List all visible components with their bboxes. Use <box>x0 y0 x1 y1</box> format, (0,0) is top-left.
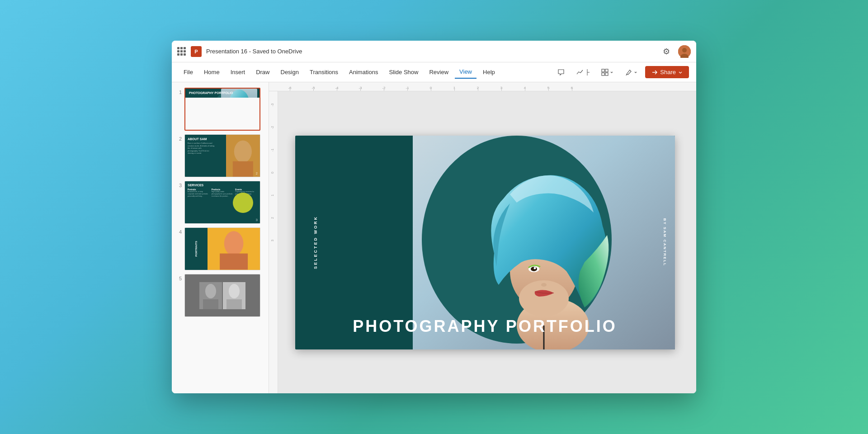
menu-bar: File Home Insert Draw Design Transitions… <box>172 62 696 82</box>
share-button[interactable]: Share <box>645 66 689 78</box>
powerpoint-logo: P <box>191 46 202 57</box>
slide-2-badge: 2 <box>256 171 258 175</box>
svg-point-37 <box>533 267 536 269</box>
svg-text:-3: -3 <box>271 104 274 106</box>
svg-rect-11 <box>233 161 253 177</box>
menu-review[interactable]: Review <box>425 66 453 78</box>
slide-main-title: PHOTOGRAPHY PORTFOLIO <box>295 317 675 336</box>
slide-number-1: 1 <box>175 90 182 95</box>
menu-design[interactable]: Design <box>276 66 303 78</box>
title-bar-left: P Presentation 16 - Saved to OneDrive <box>177 46 660 57</box>
ruler-marks: -6 -5 -4 -3 -2 -1 0 1 2 3 4 5 6 <box>278 82 584 91</box>
slide-thumb-3[interactable]: SERVICES Portraits A natural look, to he… <box>184 181 260 224</box>
ruler-vertical: -3 -2 -1 0 1 2 3 <box>269 91 278 393</box>
slide-left-text: SELECTED WORK <box>313 216 318 269</box>
svg-rect-3 <box>602 69 604 72</box>
svg-rect-6 <box>605 73 608 75</box>
menu-file[interactable]: File <box>179 66 198 78</box>
main-content: 1 <box>172 82 696 393</box>
slide-thumb-5[interactable] <box>184 274 260 317</box>
slide-1-title: PHOTOGRAPHY PORTFOLIO <box>189 91 233 95</box>
svg-point-16 <box>205 284 216 298</box>
comment-button[interactable] <box>553 66 569 79</box>
svg-text:2: 2 <box>271 217 274 219</box>
slide-number-4: 4 <box>175 229 182 235</box>
svg-rect-14 <box>220 254 248 270</box>
settings-icon[interactable]: ⚙ <box>660 45 673 58</box>
pen-button[interactable] <box>621 66 642 79</box>
svg-point-13 <box>224 231 244 255</box>
slide-item-1[interactable]: 1 <box>172 86 269 132</box>
svg-rect-4 <box>605 69 608 72</box>
slide-3-title: SERVICES <box>188 184 257 187</box>
slide-number-3: 3 <box>175 183 182 188</box>
menu-help[interactable]: Help <box>478 66 500 78</box>
menu-home[interactable]: Home <box>199 66 224 78</box>
slide-item-5[interactable]: 5 <box>172 272 269 319</box>
app-window: P Presentation 16 - Saved to OneDrive ⚙ … <box>172 41 696 393</box>
canvas-area: -6 -5 -4 -3 -2 -1 0 1 2 3 4 5 6 <box>269 82 696 393</box>
toolbar-right: Share <box>553 66 689 79</box>
slide-3-badge: 3 <box>256 218 258 222</box>
slide-number-5: 5 <box>175 276 182 281</box>
menu-view[interactable]: View <box>455 66 476 79</box>
slide-main[interactable]: SELECTED WORK BY SAM CANTRELL PHOTOGRAPH… <box>295 136 675 349</box>
title-bar-right: ⚙ <box>660 45 691 58</box>
slide-2-title: ABOUT SAM <box>188 137 223 141</box>
slide-thumb-1[interactable]: PHOTOGRAPHY PORTFOLIO <box>184 88 260 131</box>
slide-item-4[interactable]: 4 PORTRAITS <box>172 226 269 272</box>
menu-transitions[interactable]: Transitions <box>305 66 343 78</box>
slides-panel[interactable]: 1 <box>172 82 269 393</box>
svg-point-1 <box>682 48 687 52</box>
svg-rect-17 <box>203 299 218 309</box>
svg-text:1: 1 <box>271 194 274 196</box>
svg-rect-20 <box>226 299 242 309</box>
chart-button[interactable] <box>572 66 594 79</box>
slide-2-text: Born in northern California andcreative … <box>188 142 223 155</box>
menu-draw[interactable]: Draw <box>251 66 274 78</box>
slide-number-2: 2 <box>175 136 182 142</box>
share-label: Share <box>660 69 676 75</box>
slide-thumb-4[interactable]: PORTRAITS <box>184 227 260 270</box>
svg-text:0: 0 <box>271 172 274 174</box>
svg-text:-1: -1 <box>271 149 274 151</box>
svg-point-19 <box>229 284 240 298</box>
svg-point-10 <box>234 141 252 163</box>
ruler-horizontal: -6 -5 -4 -3 -2 -1 0 1 2 3 4 5 6 <box>269 82 696 91</box>
svg-point-38 <box>541 283 547 287</box>
slide-4-title: PORTRAITS <box>195 241 198 257</box>
slide-item-3[interactable]: 3 SERVICES Portraits A natural look, to … <box>172 179 269 226</box>
user-avatar[interactable] <box>678 45 691 58</box>
slide-thumb-2[interactable]: ABOUT SAM Born in northern California an… <box>184 134 260 177</box>
title-bar: P Presentation 16 - Saved to OneDrive ⚙ <box>172 41 696 62</box>
grid-icon[interactable] <box>177 47 186 56</box>
document-title: Presentation 16 - Saved to OneDrive <box>206 48 302 55</box>
slide-right-text: BY SAM CANTRELL <box>663 218 667 266</box>
svg-text:3: 3 <box>271 240 274 241</box>
slide-item-2[interactable]: 2 ABOUT SAM Born in northern California … <box>172 132 269 179</box>
layout-button[interactable] <box>597 66 618 79</box>
menu-slideshow[interactable]: Slide Show <box>384 66 423 78</box>
menu-animations[interactable]: Animations <box>344 66 382 78</box>
svg-text:-2: -2 <box>271 126 274 129</box>
slide-canvas[interactable]: SELECTED WORK BY SAM CANTRELL PHOTOGRAPH… <box>269 91 696 393</box>
menu-insert[interactable]: Insert <box>226 66 250 78</box>
svg-rect-5 <box>602 73 604 75</box>
